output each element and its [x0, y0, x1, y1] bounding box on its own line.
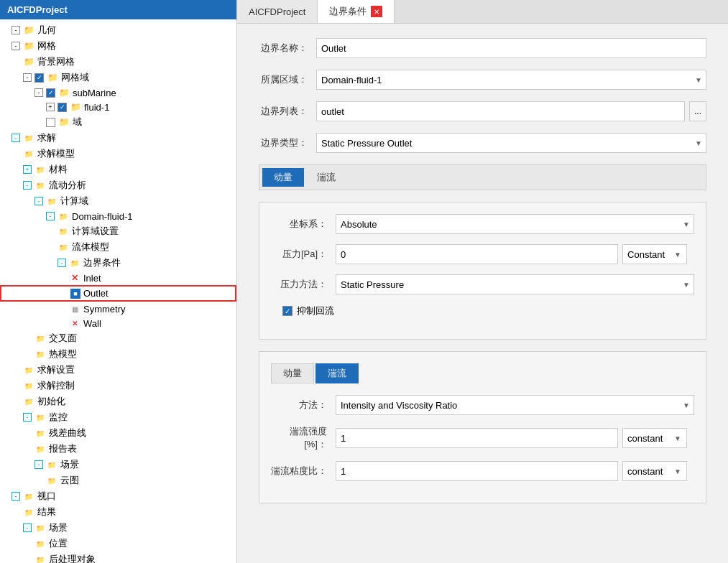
select-const-viscosity[interactable]: constant — [622, 461, 687, 481]
label-flowanalysis: 流动分析 — [49, 179, 86, 192]
label-residual: 残差曲线 — [49, 427, 86, 439]
expand-monitor[interactable]: - — [23, 413, 32, 422]
label-results: 结果 — [37, 506, 56, 518]
expand-scene[interactable]: - — [34, 460, 43, 469]
wrap-pressure: Constant ▼ — [336, 244, 694, 264]
input-viscosity[interactable] — [336, 461, 618, 481]
label-solversettings: 求解设置 — [37, 363, 75, 376]
expand-submarine[interactable]: - — [34, 88, 43, 97]
tree-item-inlet[interactable]: ✕ Inlet — [0, 271, 236, 285]
tab-motion-top[interactable]: 动量 — [262, 168, 304, 187]
row-pressure: 压力[Pa]： Constant ▼ — [271, 244, 694, 264]
tree-item-geometry[interactable]: - 📁 几何 — [0, 22, 236, 38]
select-const-pressure[interactable]: Constant — [622, 244, 687, 264]
tree-item-reporttable[interactable]: 📁 报告表 — [0, 441, 236, 457]
tree-item-wall[interactable]: ✕ Wall — [0, 316, 236, 330]
tree-item-fluid1[interactable]: + ✓ 📁 fluid-1 — [0, 100, 236, 114]
select-boundary-type[interactable]: Static Pressure Outlet — [316, 133, 706, 153]
input-boundary-list[interactable] — [316, 101, 685, 121]
tab-turbulence-top[interactable]: 湍流 — [305, 168, 347, 187]
dots-button[interactable]: ... — [689, 101, 706, 121]
tab-boundary[interactable]: 边界条件 ✕ — [318, 0, 395, 23]
wrap-const-pressure: Constant ▼ — [622, 244, 694, 264]
select-turb-method[interactable]: Intensity and Viscosity Ratio — [336, 395, 694, 415]
row-turb-method: 方法： Intensity and Viscosity Ratio ▼ — [271, 395, 694, 415]
select-pressure-method[interactable]: Static Pressure — [336, 274, 694, 294]
tree-item-cloudmap[interactable]: 📁 云图 — [0, 473, 236, 488]
tree-item-monitor[interactable]: - 📁 监控 — [0, 409, 236, 425]
expand-fluid1[interactable]: + — [46, 103, 55, 111]
tree-item-interface[interactable]: 📁 交叉面 — [0, 330, 236, 346]
checkbox-meshdomain[interactable]: ✓ — [34, 73, 44, 83]
checkbox-suppress[interactable]: ✓ — [282, 306, 292, 316]
tree-item-viewport[interactable]: - 📁 视口 — [0, 488, 236, 504]
tree-item-position[interactable]: 📁 位置 — [0, 536, 236, 552]
label-solver: 求解 — [37, 131, 56, 144]
expand-material[interactable]: + — [23, 165, 32, 174]
tree-item-calcdomain[interactable]: - 📁 计算域 — [0, 193, 236, 209]
tab-close-boundary[interactable]: ✕ — [371, 6, 382, 17]
tree-item-fluidmodel[interactable]: 📁 流体模型 — [0, 239, 236, 255]
tab-turbulence-bottom[interactable]: 湍流 — [315, 363, 359, 383]
tree-item-calcdomainsettings[interactable]: 📁 计算域设置 — [0, 223, 236, 239]
folder-icon-init: 📁 — [23, 396, 34, 407]
tree-item-boundarycond[interactable]: - 📁 边界条件 — [0, 255, 236, 271]
tree-item-heatmodel[interactable]: 📁 热模型 — [0, 346, 236, 362]
select-domain[interactable]: Domain-fluid-1 — [316, 70, 706, 90]
select-const-intensity[interactable]: constant — [622, 428, 687, 448]
checkbox-submarine[interactable]: ✓ — [46, 88, 55, 98]
checkbox-domain[interactable] — [46, 118, 55, 127]
tab-motion-bottom[interactable]: 动量 — [271, 363, 314, 383]
wrap-turb-method: Intensity and Viscosity Ratio ▼ — [336, 395, 694, 415]
expand-mesh[interactable]: - — [11, 42, 20, 50]
label-meshdomain: 网格域 — [61, 71, 89, 84]
expand-domainfluid1[interactable]: - — [46, 212, 55, 220]
tree-item-submarine[interactable]: - ✓ 📁 subMarine — [0, 85, 236, 100]
folder-icon-fluidmodel: 📁 — [57, 241, 69, 253]
tree-item-symmetry[interactable]: ▦ Symmetry — [0, 302, 236, 316]
tree-item-solver[interactable]: - 📁 求解 — [0, 130, 236, 146]
tree-item-material[interactable]: + 📁 材料 — [0, 162, 236, 177]
wall-icon: ✕ — [69, 317, 80, 329]
tree-item-scene[interactable]: - 📁 场景 — [0, 457, 236, 473]
label-inlet: Inlet — [83, 273, 101, 284]
expand-viewport[interactable]: - — [11, 492, 20, 501]
tree-item-residual[interactable]: 📁 残差曲线 — [0, 425, 236, 441]
folder-icon-solvercontrol: 📁 — [23, 380, 34, 391]
expand-meshdomain[interactable]: - — [23, 73, 32, 82]
tree-item-postobj[interactable]: 📁 后处理对象 — [0, 552, 236, 563]
label-boundary-name: 边界名称： — [259, 42, 316, 55]
tree-item-results[interactable]: 📁 结果 — [0, 504, 236, 520]
tree-item-solvercontrol[interactable]: 📁 求解控制 — [0, 378, 236, 394]
tree-item-scene2[interactable]: - 📁 场景 — [0, 520, 236, 536]
tree-item-mesh[interactable]: - 📁 网格 — [0, 38, 236, 54]
folder-icon-scene: 📁 — [46, 459, 57, 470]
tab-project[interactable]: AICFDProject — [237, 0, 318, 23]
label-symmetry: Symmetry — [83, 304, 126, 315]
input-boundary-name[interactable] — [316, 38, 706, 58]
folder-icon-monitor: 📁 — [34, 411, 46, 423]
tree-item-solvermodel[interactable]: 📁 求解模型 — [0, 146, 236, 162]
input-pressure[interactable] — [336, 244, 618, 264]
expand-scene2[interactable]: - — [23, 524, 32, 532]
expand-flowanalysis[interactable]: - — [23, 181, 32, 190]
expand-calcdomain[interactable]: - — [34, 197, 43, 205]
tree-item-domainfluid1[interactable]: - 📁 Domain-fluid-1 — [0, 209, 236, 223]
tree-item-bgmesh[interactable]: 📁 背景网格 — [0, 54, 236, 70]
expand-solver[interactable]: - — [11, 134, 20, 142]
tree-item-domain[interactable]: 📁 域 — [0, 114, 236, 130]
input-intensity[interactable] — [336, 428, 618, 448]
tree-item-outlet[interactable]: ■ Outlet — [0, 285, 236, 302]
label-viscosity: 湍流粘度比： — [271, 465, 336, 478]
expand-boundarycond[interactable]: - — [57, 259, 66, 267]
tree-item-init[interactable]: 📁 初始化 — [0, 394, 236, 409]
row-coord: 坐标系： Absolute ▼ — [271, 214, 694, 234]
tree-item-meshdomain[interactable]: - ✓ 📁 网格域 — [0, 70, 236, 85]
turbulence-section: 动量 湍流 方法： Intensity and Viscosity Ratio … — [259, 351, 706, 503]
tree-item-flowanalysis[interactable]: - 📁 流动分析 — [0, 177, 236, 193]
checkbox-fluid1[interactable]: ✓ — [57, 103, 67, 112]
select-coord[interactable]: Absolute — [336, 214, 694, 234]
tree-item-solversettings[interactable]: 📁 求解设置 — [0, 362, 236, 378]
expand-geometry[interactable]: - — [11, 26, 20, 34]
label-boundary-type: 边界类型： — [259, 136, 316, 149]
